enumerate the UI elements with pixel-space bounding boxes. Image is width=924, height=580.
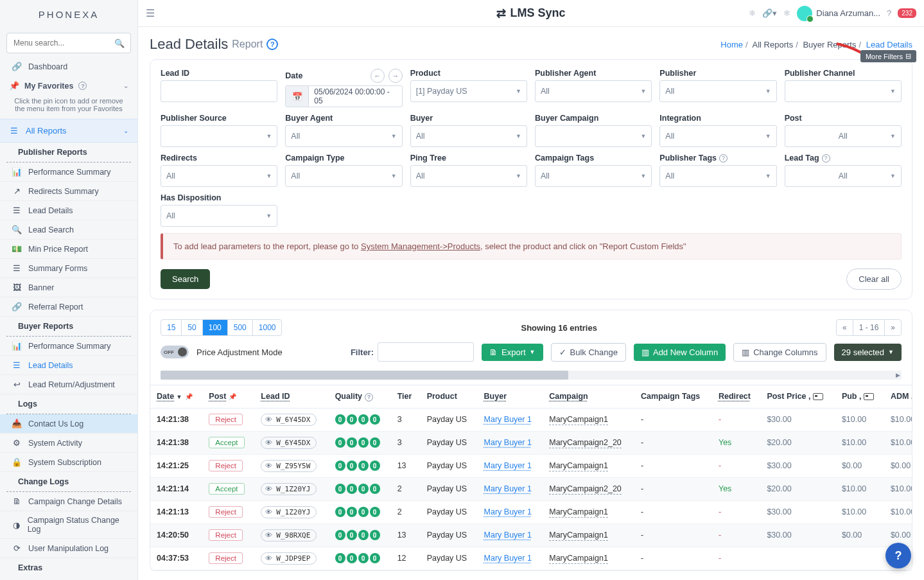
sidebar-item-banner[interactable]: 🖼Banner [0,278,137,297]
post-select[interactable]: All▼ [785,125,902,147]
hamburger-icon[interactable]: ☰ [146,7,155,19]
campaign-link[interactable]: MaryCampaign1 [549,507,608,518]
col-adm[interactable]: ADM , [884,385,912,409]
user-menu[interactable]: Diana Arzuman... [797,6,880,21]
col-date[interactable]: Date ▼📌 [150,385,202,409]
page-size-option[interactable]: 50 [182,320,202,335]
search-button[interactable]: Search [161,269,210,289]
table-row[interactable]: 14:20:50Reject👁W_98RXQE000013Payday USMa… [150,523,912,547]
breadcrumb-all[interactable]: All Reports [753,40,794,49]
lead-tag-select[interactable]: All▼ [785,165,902,187]
campaign-link[interactable]: MaryCampaign2_20 [549,438,622,448]
buyer-link[interactable]: Mary Buyer 1 [484,507,532,516]
lead-chip[interactable]: 👁W_6Y45DX [261,437,317,449]
publisher-source-select[interactable]: ▼ [161,125,277,147]
price-adjustment-toggle[interactable] [161,346,189,358]
sidebar-item-redirects-summary[interactable]: ↗Redirects Summary [0,182,137,201]
date-range-picker[interactable]: 📅 05/06/2024 00:00:00 - 05 [285,85,402,107]
table-filter-input[interactable] [378,342,474,362]
campaign-type-select[interactable]: All▼ [285,165,402,187]
redirects-select[interactable]: All▼ [161,165,277,187]
product-select[interactable]: [1] Payday US▼ [410,80,527,102]
page-next-button[interactable]: » [885,320,901,335]
col-quality[interactable]: Quality? [329,385,391,409]
col-ctags[interactable]: Campaign Tags [634,385,712,409]
sidebar-item-lead-details[interactable]: ☰Lead Details [0,201,137,220]
campaign-link[interactable]: MaryCampaign1 [549,554,608,564]
sidebar-group-logs[interactable]: Logs [6,394,131,414]
sidebar-item-min-price[interactable]: 💵Min Price Report [0,240,137,259]
sidebar-item-buyer-perf[interactable]: 📊Performance Summary [0,337,137,356]
bulk-change-button[interactable]: ✓Bulk Change [551,343,626,362]
campaign-tags-select[interactable]: All▼ [535,165,652,187]
notification-badge[interactable]: 232 [898,8,916,18]
calendar-icon[interactable]: 📅 [286,86,309,107]
publisher-tags-select[interactable]: All▼ [659,165,776,187]
buyer-link[interactable]: Mary Buyer 1 [484,438,532,447]
campaign-link[interactable]: MaryCampaign1 [549,531,608,541]
page-size-option[interactable]: 100 [203,320,228,335]
buyer-link[interactable]: Mary Buyer 1 [484,415,532,424]
col-product[interactable]: Product [421,385,478,409]
sidebar-item-dashboard[interactable]: 🔗 Dashboard [0,57,137,76]
table-row[interactable]: 14:21:13Reject👁W_1Z20YJ00002Payday USMar… [150,500,912,523]
sidebar-group-change-logs[interactable]: Change Logs [6,472,131,492]
lead-chip[interactable]: 👁W_JDP9EP [261,552,317,565]
lead-chip[interactable]: 👁W_Z95Y5W [261,460,317,472]
publisher-select[interactable]: All▼ [659,80,776,102]
buyer-link[interactable]: Mary Buyer 1 [484,554,532,563]
table-row[interactable]: 14:21:14Accept👁W_1Z20YJ00002Payday USMar… [150,477,912,500]
page-size-option[interactable]: 500 [228,320,253,335]
sidebar-item-campaign-change[interactable]: 🗎Campaign Change Details [0,492,137,511]
sidebar-item-referral[interactable]: 🔗Referral Report [0,297,137,317]
sidebar-item-perf-summary[interactable]: 📊Performance Summary [0,163,137,182]
pin-icon[interactable]: 📌 [185,393,193,400]
page-size-option[interactable]: 15 [161,320,182,335]
scrollbar-thumb[interactable] [161,371,568,380]
change-columns-button[interactable]: ▥Change Columns [733,343,826,362]
help-icon[interactable]: ? [719,154,728,163]
sidebar-item-buyer-lead-details[interactable]: ☰Lead Details [0,356,137,375]
col-tier[interactable]: Tier [391,385,421,409]
date-next-button[interactable]: → [388,69,403,83]
sidebar-item-system-activity[interactable]: ⚙System Activity [0,434,137,453]
page-prev-button[interactable]: « [837,320,853,335]
link-icon[interactable]: 🔗▾ [762,8,777,18]
help-icon[interactable]: ? [887,8,891,18]
page-size-option[interactable]: 1000 [253,320,282,335]
col-buyer[interactable]: Buyer [478,385,543,409]
sidebar-group-publisher[interactable]: Publisher Reports [6,143,131,163]
buyer-link[interactable]: Mary Buyer 1 [484,461,532,470]
buyer-link[interactable]: Mary Buyer 1 [484,531,532,540]
table-row[interactable]: 04:37:53Reject👁W_JDP9EP000012Payday USMa… [150,547,912,570]
clear-all-button[interactable]: Clear all [846,268,902,290]
lead-chip[interactable]: 👁W_1Z20YJ [261,506,317,518]
menu-search-input[interactable] [6,33,131,53]
more-filters-button[interactable]: More Filters ⊟ [860,50,916,62]
sidebar-group-buyer[interactable]: Buyer Reports [6,317,131,337]
col-postprice[interactable]: Post Price , [760,385,835,409]
lead-chip[interactable]: 👁W_6Y45DX [261,414,317,426]
scroll-right-icon[interactable]: ▶ [894,371,902,380]
col-leadid[interactable]: Lead ID [254,385,328,409]
snowflake-icon[interactable]: ❄ [749,8,756,18]
help-icon[interactable]: ? [365,393,373,401]
campaign-link[interactable]: MaryCampaign1 [549,461,608,471]
integration-select[interactable]: All▼ [659,125,776,147]
sidebar-item-summary-forms[interactable]: ☰Summary Forms [0,259,137,278]
sidebar-item-campaign-status[interactable]: ◑Campaign Status Change Log [0,511,137,539]
campaign-link[interactable]: MaryCampaign2_20 [549,484,622,495]
table-row[interactable]: 14:21:38Reject👁W_6Y45DX00003Payday USMar… [150,408,912,431]
buyer-campaign-select[interactable]: ▼ [535,125,652,147]
help-icon[interactable]: ? [822,154,830,163]
help-fab[interactable]: ? [885,543,911,568]
sidebar-item-lead-return[interactable]: ↩Lead Return/Adjustment [0,375,137,394]
campaign-link[interactable]: MaryCampaign1 [549,415,608,425]
columns-selected-button[interactable]: 29 selected▼ [834,344,902,361]
sidebar-item-system-subscription[interactable]: 🔒System Subscription [0,453,137,472]
help-icon[interactable]: ? [266,39,278,50]
publisher-agent-select[interactable]: All▼ [535,80,652,102]
snowflake-icon[interactable]: ❄ [783,8,790,18]
col-campaign[interactable]: Campaign [543,385,634,409]
notice-link[interactable]: System Management->Products [361,242,480,251]
